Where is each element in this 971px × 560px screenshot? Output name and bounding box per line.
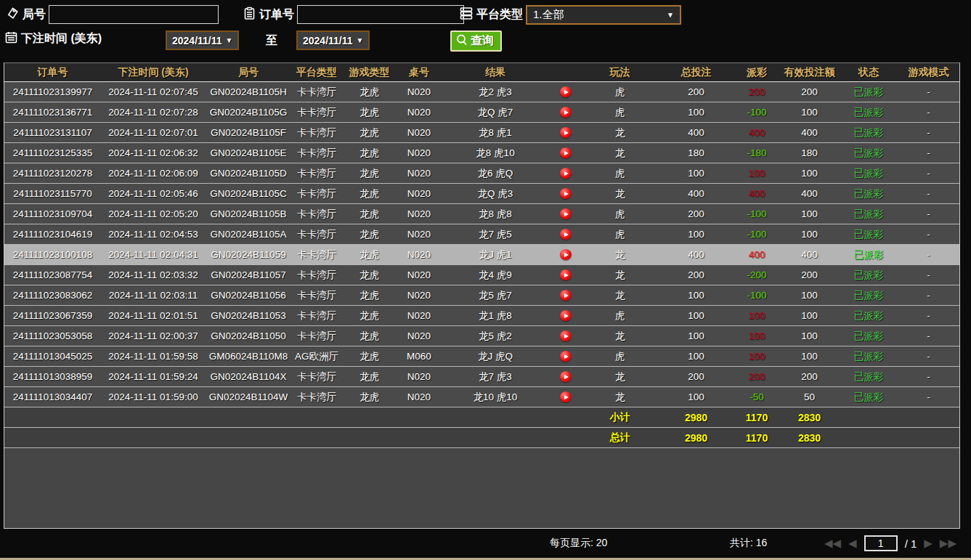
cell-payout: 100 (734, 168, 779, 179)
cell-game-mode: - (898, 188, 959, 199)
cell-game-type: 龙虎 (342, 391, 397, 404)
cell-game-mode: - (898, 249, 959, 260)
cell-status: 已派彩 (840, 289, 898, 302)
cell-status: 已派彩 (840, 228, 898, 241)
cell-table-no: N020 (397, 310, 442, 321)
replay-play-icon[interactable] (560, 269, 572, 280)
table-row[interactable]: 241111013038959 2024-11-11 01:59:24 GN02… (4, 367, 959, 387)
col-payout: 派彩 (734, 66, 779, 79)
cell-table-no: N020 (397, 330, 442, 341)
replay-play-icon[interactable] (560, 208, 572, 219)
replay-play-icon[interactable] (560, 371, 572, 382)
table-row[interactable]: 241111023125335 2024-11-11 02:06:32 GN02… (4, 143, 959, 163)
cell-round-no: GM06024B110M8 (206, 351, 291, 362)
page-number-input[interactable]: 1 (864, 535, 898, 551)
cell-game-type: 龙虎 (342, 167, 397, 180)
col-platform: 平台类型 (291, 66, 342, 79)
subtotal-total-bet: 2980 (658, 412, 734, 423)
cell-platform: 卡卡湾厅 (291, 126, 342, 139)
cell-play: 龙 (582, 391, 658, 404)
replay-play-icon[interactable] (560, 330, 572, 341)
cell-bet-time: 2024-11-11 01:59:58 (101, 351, 206, 362)
replay-play-icon[interactable] (560, 290, 572, 301)
cell-table-no: N020 (397, 249, 442, 260)
cell-play: 龙 (582, 269, 658, 282)
cell-status: 已派彩 (840, 86, 898, 99)
cell-round-no: GN02024B1105F (206, 127, 291, 138)
col-result: 结果 (442, 66, 549, 79)
cell-status: 已派彩 (840, 330, 898, 343)
cell-play: 虎 (582, 208, 658, 221)
replay-play-icon[interactable] (560, 188, 572, 199)
cell-result: 龙Q 虎7 (442, 106, 549, 119)
cell-bet-time: 2024-11-11 02:07:45 (101, 86, 206, 97)
table-row[interactable]: 241111023087754 2024-11-11 02:03:32 GN02… (4, 265, 959, 285)
replay-play-icon[interactable] (560, 391, 572, 402)
cell-game-type: 龙虎 (342, 187, 397, 200)
table-row[interactable]: 241111023115770 2024-11-11 02:05:46 GN02… (4, 184, 959, 204)
replay-play-icon[interactable] (560, 147, 572, 158)
replay-play-icon[interactable] (560, 351, 572, 362)
cell-valid-bet: 100 (779, 290, 840, 301)
replay-play-icon[interactable] (560, 127, 572, 138)
cell-payout: 100 (734, 351, 779, 362)
cell-round-no: GN02024B1105A (206, 229, 291, 240)
cell-order-no: 241111023115770 (4, 188, 101, 199)
cell-order-no: 241111023083062 (4, 290, 101, 301)
table-row[interactable]: 241111013045025 2024-11-11 01:59:58 GM06… (4, 346, 959, 367)
cell-result: 龙1 虎8 (442, 309, 549, 322)
cell-bet-time: 2024-11-11 02:01:51 (101, 310, 206, 321)
date-from-value: 2024/11/11 (172, 35, 222, 46)
grand-total-label: 总计 (582, 431, 658, 445)
table-row[interactable]: 241111023131107 2024-11-11 02:07:01 GN02… (4, 123, 959, 143)
cell-total-bet: 200 (658, 371, 734, 382)
replay-play-icon[interactable] (560, 229, 572, 240)
table-row[interactable]: 241111023083062 2024-11-11 02:03:11 GN02… (4, 285, 959, 306)
table-row[interactable]: 241111023104619 2024-11-11 02:04:53 GN02… (4, 224, 959, 245)
order-no-input[interactable] (297, 5, 464, 24)
date-to-picker[interactable]: 2024/11/11 ▼ (296, 31, 370, 50)
round-no-input[interactable] (49, 5, 219, 24)
first-page-icon[interactable]: ◀◀ (824, 537, 841, 550)
cell-game-type: 龙虎 (342, 228, 397, 241)
date-from-picker[interactable]: 2024/11/11 ▼ (166, 31, 239, 50)
replay-play-icon[interactable] (560, 310, 572, 321)
subtotal-valid-bet: 2830 (779, 412, 840, 423)
table-row[interactable]: 241111023100108 2024-11-11 02:04:31 GN02… (4, 245, 959, 265)
cell-round-no: GN02024B11059 (206, 249, 291, 260)
cell-result: 龙8 虎1 (442, 126, 549, 139)
platform-type-select[interactable]: 1.全部 ▼ (526, 5, 681, 25)
last-page-icon[interactable]: ▶▶ (940, 537, 956, 550)
cell-total-bet: 400 (658, 188, 734, 199)
cell-game-mode: - (898, 330, 959, 341)
table-row[interactable]: 241111023109704 2024-11-11 02:05:20 GN02… (4, 204, 959, 224)
table-row[interactable]: 241111013034407 2024-11-11 01:59:00 GN02… (4, 387, 959, 407)
query-button[interactable]: 查询 (450, 31, 502, 52)
replay-play-icon[interactable] (560, 86, 572, 97)
cell-round-no: GN02024B1105H (206, 86, 291, 97)
replay-play-icon[interactable] (560, 168, 572, 179)
cell-platform: 卡卡湾厅 (291, 86, 342, 99)
cell-game-mode: - (898, 310, 959, 321)
table-row[interactable]: 241111023067359 2024-11-11 02:01:51 GN02… (4, 306, 959, 326)
platform-type-label: 平台类型 (476, 7, 523, 23)
next-page-icon[interactable]: ▶ (924, 537, 933, 550)
cell-result: 龙4 虎9 (442, 269, 549, 282)
table-row[interactable]: 241111023139977 2024-11-11 02:07:45 GN02… (4, 82, 959, 102)
replay-play-icon[interactable] (560, 107, 572, 118)
table-row[interactable]: 241111023053058 2024-11-11 02:00:37 GN02… (4, 326, 959, 346)
cell-valid-bet: 400 (779, 249, 840, 260)
table-row[interactable]: 241111023120278 2024-11-11 02:06:09 GN02… (4, 163, 959, 184)
cell-bet-time: 2024-11-11 02:06:09 (101, 168, 206, 179)
prev-page-icon[interactable]: ◀ (848, 537, 857, 550)
grand-total-row: 总计 2980 1170 2830 (4, 428, 959, 448)
cell-result: 龙7 虎5 (442, 228, 549, 241)
cell-order-no: 241111023131107 (4, 127, 101, 138)
cell-status: 已派彩 (840, 208, 898, 221)
table-row[interactable]: 241111023136771 2024-11-11 02:07:28 GN02… (4, 102, 959, 123)
cell-bet-time: 2024-11-11 01:59:00 (101, 391, 206, 402)
cell-order-no: 241111013034407 (4, 391, 101, 402)
cell-order-no: 241111023067359 (4, 310, 101, 321)
replay-play-icon[interactable] (560, 249, 572, 260)
cell-round-no: GN02024B1105B (206, 208, 291, 219)
